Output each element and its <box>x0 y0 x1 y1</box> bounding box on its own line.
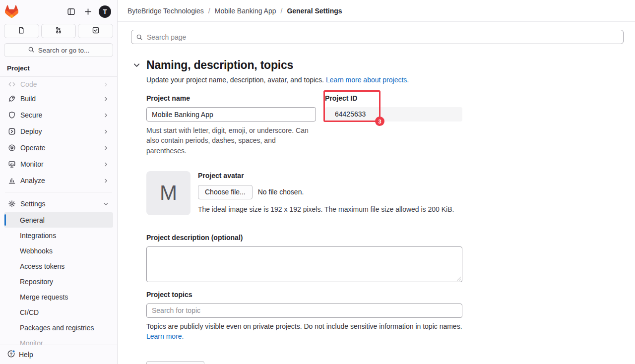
project-topics-label: Project topics <box>146 291 462 299</box>
sidebar-section-title: Project <box>0 57 117 76</box>
search-or-go-to-label: Search or go to... <box>38 47 90 54</box>
sidebar-item-label: Monitor <box>20 339 43 345</box>
page-search <box>131 30 624 44</box>
breadcrumb-current-page: General Settings <box>287 7 342 15</box>
sidebar-item-label: Settings <box>20 200 46 208</box>
project-topics-input[interactable] <box>146 303 462 318</box>
sidebar-item-label: Analyze <box>20 177 45 184</box>
sidebar-item-label: CI/CD <box>20 308 39 316</box>
subtitle-text: Update your project name, description, a… <box>146 76 324 84</box>
chevron-right-icon <box>103 161 109 168</box>
sidebar-item-label: Build <box>20 95 36 103</box>
sidebar-item-cicd[interactable]: CI/CD <box>4 304 113 320</box>
merge-requests-shortcut-button[interactable] <box>41 24 76 38</box>
todo-list-shortcut-button[interactable] <box>78 24 113 38</box>
sidebar-item-integrations[interactable]: Integrations <box>4 228 113 243</box>
breadcrumb-separator: / <box>281 7 283 15</box>
sidebar-item-label: Packages and registries <box>20 324 94 332</box>
sidebar-item-label: Deploy <box>20 127 42 135</box>
avatar-help-text: The ideal image size is 192 x 192 pixels… <box>198 205 454 213</box>
sidebar-item-monitor-settings[interactable]: Monitor <box>4 335 113 345</box>
search-icon <box>28 46 35 55</box>
save-changes-button[interactable]: Save changes <box>146 361 204 364</box>
sidebar-header: T <box>0 0 117 20</box>
learn-more-projects-link[interactable]: Learn more about projects. <box>326 76 409 84</box>
topics-help-body: Topics are publicly visible even on priv… <box>146 322 462 330</box>
settings-submenu: General Integrations Webhooks Access tok… <box>0 212 117 345</box>
project-description-textarea[interactable] <box>146 246 462 282</box>
sidebar-item-label: Operate <box>20 144 46 152</box>
sidebar-item-general[interactable]: General <box>4 212 113 228</box>
project-avatar-preview: M <box>146 171 190 215</box>
search-or-go-to-button[interactable]: Search or go to... <box>4 43 113 57</box>
rocket-icon <box>8 95 16 103</box>
sidebar-item-code[interactable]: Code <box>4 78 113 90</box>
shield-icon <box>8 111 16 119</box>
project-avatar-label: Project avatar <box>198 172 454 180</box>
sidebar-item-access-tokens[interactable]: Access tokens <box>4 258 113 274</box>
project-id-field-group: Project ID 64425633 3 <box>325 94 462 156</box>
chevron-right-icon <box>103 112 109 119</box>
sidebar-item-label: Monitor <box>20 160 44 168</box>
sidebar-item-packages-registries[interactable]: Packages and registries <box>4 320 113 335</box>
plus-icon[interactable] <box>82 5 94 17</box>
sidebar-item-label: Access tokens <box>20 262 64 270</box>
todo-check-icon <box>92 26 100 36</box>
sidebar-item-merge-requests[interactable]: Merge requests <box>4 289 113 304</box>
gitlab-logo[interactable] <box>5 5 18 18</box>
sidebar-item-label: General <box>20 216 45 224</box>
issues-shortcut-button[interactable] <box>4 24 39 38</box>
project-name-label: Project name <box>146 94 316 102</box>
sidebar-item-label: Code <box>20 80 37 88</box>
chevron-right-icon <box>103 128 109 135</box>
sidebar-item-label: Secure <box>20 111 42 119</box>
collapse-chevron-icon[interactable] <box>132 61 141 69</box>
help-label: Help <box>19 351 33 359</box>
topics-help-text: Topics are publicly visible even on priv… <box>146 321 474 342</box>
deploy-icon <box>8 127 16 135</box>
sidebar: T <box>0 0 118 364</box>
choose-file-button[interactable]: Choose file... <box>198 185 253 199</box>
section-header: Naming, description, topics <box>132 59 624 72</box>
sidebar-item-label: Merge requests <box>20 293 68 301</box>
main-area: ByteBridge Technologies / Mobile Banking… <box>118 0 635 364</box>
issues-icon <box>17 26 25 36</box>
sidebar-item-webhooks[interactable]: Webhooks <box>4 243 113 258</box>
project-name-help: Must start with letter, digit, emoji, or… <box>146 125 316 156</box>
breadcrumb-project-link[interactable]: Mobile Banking App <box>215 7 276 15</box>
merge-request-icon <box>55 26 63 36</box>
code-icon <box>8 80 16 88</box>
project-description-label: Project description (optional) <box>146 234 462 242</box>
sidebar-item-secure[interactable]: Secure <box>4 107 113 123</box>
section-subtitle: Update your project name, description, a… <box>146 76 624 84</box>
page-title: Naming, description, topics <box>146 59 293 72</box>
sidebar-item-settings[interactable]: Settings <box>4 196 113 212</box>
help-button[interactable]: ? Help <box>0 345 117 364</box>
sidebar-item-operate[interactable]: Operate <box>4 140 113 156</box>
project-id-label: Project ID <box>325 94 462 102</box>
breadcrumb: ByteBridge Technologies / Mobile Banking… <box>127 7 342 15</box>
sidebar-item-repository[interactable]: Repository <box>4 274 113 289</box>
sidebar-item-monitor[interactable]: Monitor <box>4 156 113 172</box>
page-search-input[interactable] <box>131 30 624 44</box>
gear-icon <box>8 200 16 208</box>
sidebar-toggle-icon[interactable] <box>65 5 77 17</box>
divider <box>5 192 112 192</box>
svg-text:?: ? <box>10 352 13 357</box>
chevron-right-icon <box>103 145 109 151</box>
no-file-chosen-text: No file chosen. <box>258 188 304 196</box>
monitor-icon <box>8 160 16 168</box>
naming-form: Project name Must start with letter, dig… <box>146 94 462 364</box>
sidebar-item-label: Integrations <box>20 232 56 240</box>
sidebar-item-analyze[interactable]: Analyze <box>4 173 113 188</box>
sidebar-item-build[interactable]: Build <box>4 91 113 107</box>
sidebar-item-label: Repository <box>20 278 53 286</box>
sidebar-item-label: Webhooks <box>20 247 53 255</box>
operate-icon <box>8 144 16 152</box>
project-name-input[interactable] <box>146 107 316 121</box>
project-name-field-group: Project name Must start with letter, dig… <box>146 94 316 156</box>
topics-learn-more-link[interactable]: Learn more. <box>146 332 184 340</box>
breadcrumb-group-link[interactable]: ByteBridge Technologies <box>127 7 204 15</box>
user-avatar[interactable]: T <box>99 5 111 18</box>
sidebar-item-deploy[interactable]: Deploy <box>4 123 113 139</box>
